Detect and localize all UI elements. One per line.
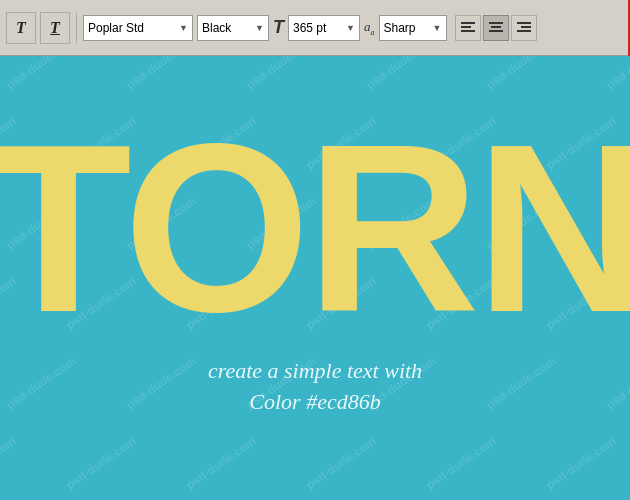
watermark-text: psd-dude.com <box>123 56 198 92</box>
watermark-text: psd-dude.com <box>243 56 318 92</box>
font-family-select[interactable]: Poplar Std ▼ <box>83 15 193 41</box>
watermark-text: psd-dude.com <box>183 434 258 493</box>
watermark-text: psd-dude.com <box>3 354 78 413</box>
font-family-value: Poplar Std <box>88 21 144 35</box>
align-left-button[interactable] <box>455 15 481 41</box>
font-color-value: Black <box>202 21 231 35</box>
text-tool2-icon: T <box>50 19 60 37</box>
anti-alias-select[interactable]: Sharp ▼ <box>379 15 447 41</box>
svg-rect-5 <box>489 30 503 32</box>
watermark-text: psd-dude.com <box>63 434 138 493</box>
font-size-chevron-icon: ▼ <box>346 23 355 33</box>
anti-alias-chevron-icon: ▼ <box>433 23 442 33</box>
watermark-text: psd-dude.com <box>603 56 630 92</box>
subtitle: create a simple text with Color #ecd86b <box>208 356 422 418</box>
watermark-text: psd-dude.com <box>123 354 198 413</box>
watermark-text: psd-dude.com <box>3 56 78 92</box>
watermark-text: psd-dude.com <box>483 354 558 413</box>
text-tool-icon: T <box>16 19 26 37</box>
watermark-text: psd-dude.com <box>0 434 19 493</box>
main-heading: TORN <box>0 108 630 348</box>
text-tool-button[interactable]: T <box>6 12 36 44</box>
svg-rect-4 <box>491 26 501 28</box>
anti-alias-value: Sharp <box>384 21 416 35</box>
toolbar: T T Poplar Std ▼ Black ▼ T 365 pt ▼ aa S… <box>0 0 630 56</box>
subtitle-line1: create a simple text with <box>208 356 422 387</box>
font-color-chevron-icon: ▼ <box>255 23 264 33</box>
watermark-text: psd-dude.com <box>363 56 438 92</box>
subtitle-line2: Color #ecd86b <box>208 387 422 418</box>
svg-rect-2 <box>461 30 475 32</box>
align-right-button[interactable] <box>511 15 537 41</box>
alignment-buttons <box>455 15 537 41</box>
watermark-text: psd-dude.com <box>423 434 498 493</box>
watermark-text: psd-dude.com <box>303 434 378 493</box>
svg-rect-8 <box>517 30 531 32</box>
svg-rect-6 <box>517 22 531 24</box>
separator-1 <box>76 13 77 43</box>
align-center-icon <box>489 22 503 34</box>
watermark-text: psd-dude.com <box>543 434 618 493</box>
font-size-value: 365 pt <box>293 21 326 35</box>
font-family-chevron-icon: ▼ <box>179 23 188 33</box>
font-size-select[interactable]: 365 pt ▼ <box>288 15 360 41</box>
svg-rect-3 <box>489 22 503 24</box>
text-tool2-button[interactable]: T <box>40 12 70 44</box>
svg-rect-7 <box>521 26 531 28</box>
align-left-icon <box>461 22 475 34</box>
anti-alias-icon: aa <box>364 19 375 37</box>
canvas-area: psd-dude.compsd-dude.compsd-dude.compsd-… <box>0 56 630 500</box>
watermark-text: psd-dude.com <box>483 56 558 92</box>
font-color-select[interactable]: Black ▼ <box>197 15 269 41</box>
svg-rect-1 <box>461 26 471 28</box>
align-right-icon <box>517 22 531 34</box>
align-center-button[interactable] <box>483 15 509 41</box>
svg-rect-0 <box>461 22 475 24</box>
watermark-text: psd-dude.com <box>603 354 630 413</box>
font-size-icon: T <box>273 17 284 38</box>
